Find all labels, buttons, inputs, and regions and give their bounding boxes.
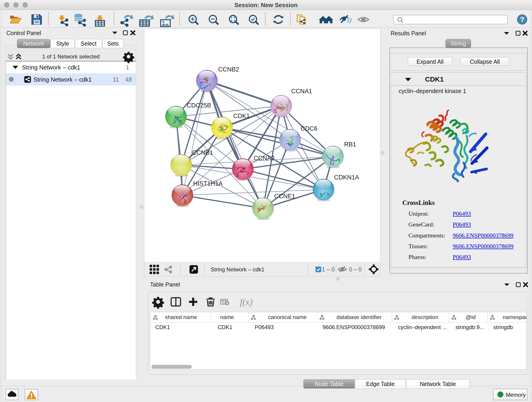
svg-text:RB1: RB1 [344, 141, 356, 148]
svg-text:CCNB2: CCNB2 [218, 66, 239, 73]
svg-text:HIST1H1A: HIST1H1A [193, 180, 223, 187]
svg-text:CDC25B: CDC25B [187, 102, 211, 109]
svg-text:?: ? [520, 15, 525, 24]
svg-text:CCNA2: CCNA2 [254, 155, 275, 162]
svg-text:CCNA1: CCNA1 [291, 88, 312, 95]
svg-text:1 – 0: 1 – 0 [322, 266, 335, 273]
svg-text:CCNB1: CCNB1 [192, 149, 213, 156]
svg-text:CCNE1: CCNE1 [274, 193, 295, 200]
svg-text:CDKN1A: CDKN1A [334, 174, 359, 181]
svg-text:CDK1: CDK1 [233, 113, 250, 119]
svg-text:CDC6: CDC6 [301, 125, 317, 132]
svg-text:f(x): f(x) [240, 297, 253, 307]
svg-text:0 – 0: 0 – 0 [349, 266, 362, 273]
svg-text:String Network – cdk1: String Network – cdk1 [210, 266, 264, 273]
